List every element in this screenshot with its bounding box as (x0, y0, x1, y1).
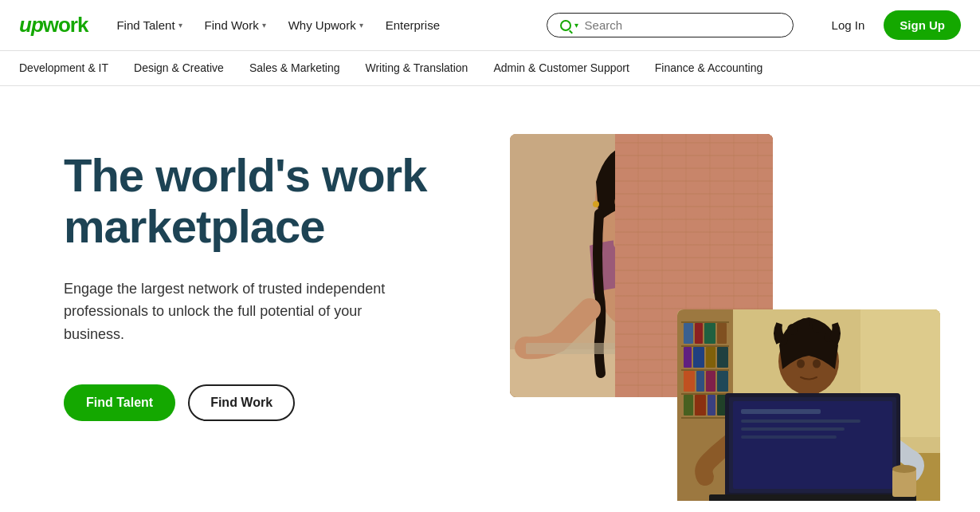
subnav-sales-marketing[interactable]: Sales & Marketing (237, 51, 353, 86)
svg-point-58 (787, 324, 798, 335)
svg-rect-35 (704, 323, 715, 344)
chevron-down-icon: ▾ (262, 21, 266, 30)
svg-point-60 (812, 321, 823, 333)
find-talent-button[interactable]: Find Talent (64, 384, 175, 421)
subnav-finance-label: Finance & Accounting (655, 61, 762, 74)
chevron-down-icon: ▾ (178, 21, 182, 30)
nav-find-work-label: Find Work (205, 18, 259, 32)
man-working-svg (677, 309, 940, 501)
svg-rect-7 (692, 182, 773, 204)
hero-images (494, 134, 956, 469)
subnav-admin-customer-support[interactable]: Admin & Customer Support (480, 51, 641, 86)
search-icon-wrap: ▾ (560, 20, 578, 31)
hero-section: The world's work marketplace Engage the … (0, 86, 980, 501)
find-work-button[interactable]: Find Work (188, 384, 295, 421)
logo[interactable]: upwork (19, 13, 88, 37)
subnav-dev-it-label: Development & IT (19, 61, 108, 74)
svg-rect-71 (709, 494, 916, 501)
search-bar: ▾ (547, 13, 794, 37)
subnav-writing-translation[interactable]: Writing & Translation (353, 51, 481, 86)
login-button[interactable]: Log In (819, 12, 878, 38)
svg-point-73 (892, 465, 916, 473)
person2-bg (677, 309, 940, 501)
svg-rect-40 (717, 347, 728, 368)
svg-rect-66 (733, 401, 892, 489)
svg-point-63 (813, 360, 821, 368)
chevron-down-icon: ▾ (359, 21, 363, 30)
logo-text: upwork (19, 13, 88, 37)
svg-rect-11 (692, 230, 773, 252)
svg-rect-29 (681, 345, 729, 347)
subnav-admin-label: Admin & Customer Support (493, 61, 629, 74)
svg-rect-45 (684, 395, 693, 416)
svg-rect-5 (705, 158, 773, 180)
svg-rect-8 (621, 206, 703, 228)
subnav-sales-marketing-label: Sales & Marketing (249, 61, 340, 74)
svg-rect-72 (892, 469, 916, 497)
svg-rect-68 (741, 419, 860, 423)
auth-buttons: Log In Sign Up (819, 10, 961, 40)
signup-button[interactable]: Sign Up (884, 10, 961, 40)
hero-title: The world's work marketplace (64, 150, 494, 252)
sub-nav: Development & IT Design & Creative Sales… (0, 51, 980, 86)
header: upwork Find Talent ▾ Find Work ▾ Why Upw… (0, 0, 980, 51)
svg-rect-20 (613, 210, 637, 250)
svg-rect-25 (526, 343, 669, 354)
nav-enterprise[interactable]: Enterprise (376, 12, 449, 38)
svg-rect-30 (681, 369, 729, 371)
subnav-dev-it[interactable]: Development & IT (19, 51, 121, 86)
hero-buttons: Find Talent Find Work (64, 384, 494, 421)
svg-rect-42 (696, 371, 704, 392)
svg-point-22 (614, 197, 622, 207)
search-input[interactable] (585, 18, 760, 32)
svg-point-23 (632, 197, 640, 207)
svg-point-14 (717, 134, 765, 166)
svg-point-15 (709, 146, 741, 170)
svg-rect-70 (741, 435, 837, 439)
subnav-finance-accounting[interactable]: Finance & Accounting (642, 51, 775, 86)
svg-rect-32 (681, 417, 729, 419)
svg-rect-43 (706, 371, 715, 392)
svg-rect-46 (695, 395, 706, 416)
hero-subtitle: Engage the largest network of trusted in… (64, 278, 406, 346)
svg-rect-47 (708, 395, 715, 416)
subnav-writing-translation-label: Writing & Translation (366, 61, 468, 74)
nav-find-talent[interactable]: Find Talent ▾ (107, 12, 191, 38)
svg-rect-44 (717, 371, 728, 392)
svg-rect-36 (717, 323, 727, 344)
subnav-design-creative-label: Design & Creative (134, 61, 224, 74)
svg-point-59 (799, 318, 810, 329)
svg-point-62 (797, 360, 805, 368)
nav-find-talent-label: Find Talent (116, 18, 174, 32)
subnav-design-creative[interactable]: Design & Creative (121, 51, 237, 86)
nav-enterprise-label: Enterprise (386, 18, 440, 32)
svg-rect-39 (706, 347, 715, 368)
nav-why-upwork-label: Why Upwork (288, 18, 356, 32)
nav-find-work[interactable]: Find Work ▾ (195, 12, 276, 38)
svg-rect-12 (621, 254, 703, 276)
svg-rect-6 (621, 182, 689, 204)
svg-rect-4 (621, 158, 703, 180)
svg-rect-37 (684, 347, 692, 368)
svg-rect-28 (681, 321, 729, 323)
svg-rect-41 (684, 371, 695, 392)
svg-rect-67 (741, 409, 821, 414)
svg-rect-13 (705, 254, 773, 276)
search-filter-chevron: ▾ (574, 21, 578, 30)
svg-rect-34 (695, 323, 703, 344)
svg-rect-69 (741, 427, 845, 431)
hero-image-man (677, 309, 940, 501)
svg-rect-38 (693, 347, 704, 368)
nav-why-upwork[interactable]: Why Upwork ▾ (279, 12, 373, 38)
svg-rect-31 (681, 393, 729, 395)
svg-rect-10 (621, 230, 689, 252)
search-icon (560, 20, 571, 31)
svg-rect-2 (621, 134, 689, 156)
svg-rect-33 (684, 323, 693, 344)
svg-rect-9 (705, 206, 773, 228)
svg-point-24 (593, 201, 599, 207)
hero-content: The world's work marketplace Engage the … (64, 134, 494, 469)
svg-rect-3 (692, 134, 773, 156)
main-nav: Find Talent ▾ Find Work ▾ Why Upwork ▾ E… (107, 12, 527, 38)
